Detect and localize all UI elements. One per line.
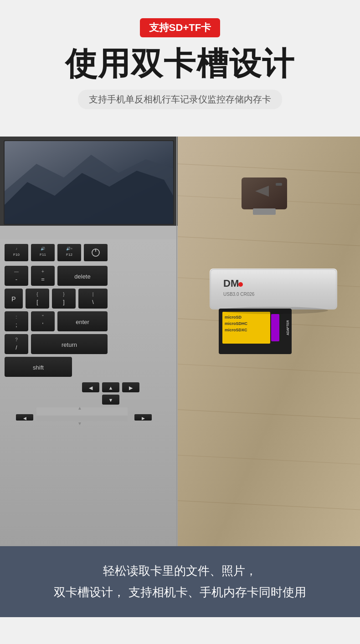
svg-text:': ': [42, 322, 43, 328]
svg-text:microSDHC: microSDHC: [225, 321, 248, 326]
svg-text:]: ]: [63, 299, 64, 305]
svg-text:delete: delete: [74, 273, 90, 280]
svg-text:—: —: [14, 269, 19, 274]
svg-text:▲: ▲: [77, 406, 82, 411]
svg-text:|: |: [93, 292, 94, 297]
product-image-svg: ♪ F10 🔊 F11 🔊+ F12 — - + = delet: [0, 137, 360, 546]
svg-text:+: +: [41, 269, 44, 274]
svg-text:▲: ▲: [108, 385, 113, 390]
svg-text::: :: [16, 314, 17, 319]
svg-text:F10: F10: [13, 253, 20, 257]
svg-rect-17: [84, 244, 108, 261]
svg-text:▶: ▶: [142, 416, 145, 421]
svg-point-88: [238, 282, 243, 287]
svg-text:=: =: [41, 276, 45, 283]
svg-rect-63: [36, 416, 128, 421]
svg-text:P: P: [11, 295, 15, 303]
svg-rect-6: [0, 226, 178, 239]
svg-text:◀: ◀: [23, 416, 26, 421]
svg-rect-85: [210, 269, 337, 309]
svg-text:;: ;: [15, 322, 17, 328]
svg-text:?: ?: [15, 337, 18, 342]
product-image-section: ♪ F10 🔊 F11 🔊+ F12 — - + = delet: [0, 137, 360, 546]
svg-text:ADAPTER: ADAPTER: [286, 320, 289, 335]
svg-text:F11: F11: [40, 253, 46, 257]
desc-line2: 双卡槽设计， 支持相机卡、手机内存卡同时使用: [18, 583, 342, 601]
svg-text:🔊+: 🔊+: [66, 246, 73, 251]
svg-rect-83: [276, 183, 282, 186]
svg-text:": ": [42, 314, 44, 319]
svg-text:▶: ▶: [129, 385, 133, 390]
svg-rect-82: [253, 208, 276, 215]
main-title: 使用双卡槽设计: [9, 46, 351, 81]
svg-text:◀: ◀: [89, 385, 93, 390]
description-section: 轻松读取卡里的文件、照片， 双卡槽设计， 支持相机卡、手机内存卡同时使用: [0, 546, 360, 617]
svg-point-97: [219, 307, 328, 314]
svg-text:-: -: [15, 276, 17, 283]
svg-text:enter: enter: [76, 319, 89, 325]
top-section: 支持SD+TF卡 使用双卡槽设计 支持手机单反相机行车记录仪监控存储内存卡: [0, 0, 360, 137]
svg-text:▼: ▼: [77, 421, 82, 426]
svg-rect-95: [271, 314, 279, 341]
svg-text:return: return: [62, 341, 77, 348]
svg-text:🔊: 🔊: [41, 246, 45, 251]
page-wrapper: 支持SD+TF卡 使用双卡槽设计 支持手机单反相机行车记录仪监控存储内存卡: [0, 0, 360, 617]
svg-text:shift: shift: [33, 364, 44, 371]
desc-line1: 轻松读取卡里的文件、照片，: [18, 562, 342, 580]
svg-text:▼: ▼: [108, 397, 113, 403]
svg-text:DM: DM: [223, 278, 239, 289]
svg-text:♪: ♪: [15, 247, 17, 251]
badge: 支持SD+TF卡: [140, 18, 220, 37]
svg-text:USB3.0 CR026: USB3.0 CR026: [223, 292, 255, 297]
svg-text:microSD: microSD: [225, 315, 242, 319]
svg-text:microSDXC: microSDXC: [225, 328, 247, 332]
subtitle: 支持手机单反相机行车记录仪监控存储内存卡: [78, 90, 282, 109]
svg-text:F12: F12: [66, 253, 72, 257]
